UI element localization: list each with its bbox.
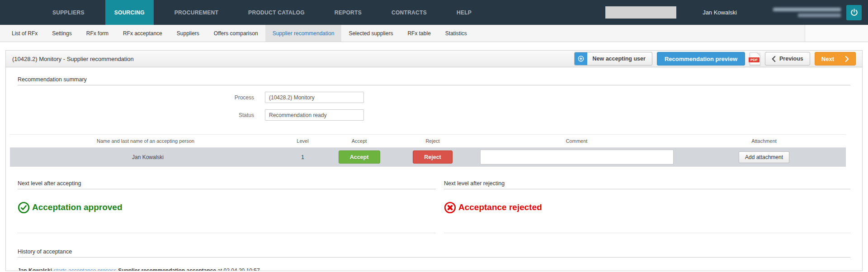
rejecting-status: Acceptance rejected [444, 189, 850, 233]
col-level: Level [281, 135, 324, 148]
col-accept: Accept [324, 135, 394, 148]
chevron-right-icon [845, 56, 849, 62]
col-comment: Comment [471, 135, 682, 148]
history-object: Supplier recommendation acceptance [118, 267, 216, 272]
nav-spacer [154, 0, 165, 25]
next-level-after-accepting-panel: Next level after accepting Acceptation a… [18, 180, 436, 233]
logout-button[interactable] [846, 5, 862, 20]
nav-item-help[interactable]: HELP [448, 0, 481, 25]
pdf-label: PDF [749, 57, 760, 62]
acceptation-approved-text: Acceptation approved [32, 202, 123, 212]
page-header: (10428.2) Monitory - Supplier recommenda… [6, 51, 862, 67]
acceptance-rejected-text: Acceptance rejected [458, 202, 542, 212]
next-button[interactable]: Next [815, 52, 856, 66]
nav-item-suppliers[interactable]: SUPPLIERS [43, 0, 94, 25]
process-field[interactable] [265, 92, 364, 103]
table-row: Jan Kowalski 1 Accept Reject Add attachm… [10, 148, 846, 167]
status-row: Status [18, 109, 850, 121]
tab-rfx-table[interactable]: RFx table [400, 25, 438, 42]
previous-button[interactable]: Previous [765, 52, 810, 66]
history-actor: Jan Kowalski [18, 267, 52, 272]
user-name: Jan Kowalski [703, 9, 737, 16]
accept-button[interactable]: Accept [339, 150, 380, 164]
history-action-link[interactable]: starts acceptance process [53, 267, 116, 272]
status-label: Status [18, 112, 265, 118]
recommendation-preview-button[interactable]: Recommendation preview [657, 52, 745, 66]
redacted-box [605, 6, 676, 19]
x-circle-icon [444, 202, 456, 214]
nav-item-sourcing[interactable]: SOURCING [105, 0, 154, 25]
tab-selected-suppliers[interactable]: Selected suppliers [341, 25, 400, 42]
circle-plus-icon [574, 52, 587, 66]
nav-item-procurement[interactable]: PROCUREMENT [165, 0, 227, 25]
previous-label: Previous [779, 56, 803, 62]
table-header-row: Name and last name of an accepting perso… [10, 135, 846, 148]
acceptance-table: Name and last name of an accepting perso… [10, 134, 846, 167]
accepting-person-name: Jan Kowalski [10, 148, 281, 167]
new-accepting-user-label: New accepting user [592, 56, 645, 62]
chevron-left-icon [772, 56, 776, 62]
redacted-user-info [764, 8, 841, 17]
add-attachment-button[interactable]: Add attachment [739, 151, 789, 163]
tab-supplier-recommendation[interactable]: Supplier recommendation [265, 25, 342, 42]
tab-suppliers[interactable]: Suppliers [170, 25, 207, 42]
nav-right-group: Jan Kowalski [605, 0, 862, 25]
tab-rfx-form[interactable]: RFx form [79, 25, 116, 42]
col-attachment: Attachment [682, 135, 846, 148]
nav-spacer [314, 0, 326, 25]
accepting-level: 1 [281, 148, 324, 167]
next-label: Next [821, 56, 834, 62]
nav-spacer [227, 0, 239, 25]
tab-statistics[interactable]: Statistics [438, 25, 474, 42]
page-title: (10428.2) Monitory - Supplier recommenda… [12, 56, 134, 62]
nav-spacer [94, 0, 105, 25]
tab-settings[interactable]: Settings [45, 25, 79, 42]
nav-item-product-catalog[interactable]: PRODUCT CATALOG [239, 0, 314, 25]
sub-navigation: List of RFx Settings RFx form RFx accept… [0, 25, 868, 42]
history-heading: History of acceptance [18, 249, 850, 258]
recommendation-summary-section: Recommendation summary Process Status [18, 76, 850, 121]
accepting-status: Acceptation approved [18, 189, 436, 233]
header-actions: New accepting user Recommendation previe… [574, 52, 856, 66]
tabbar-right-area [805, 25, 868, 42]
tab-list-of-rfx[interactable]: List of RFx [5, 25, 45, 42]
next-level-after-rejecting-panel: Next level after rejecting Acceptance re… [444, 180, 850, 233]
col-reject: Reject [394, 135, 471, 148]
tab-rfx-acceptance[interactable]: RFx acceptance [116, 25, 170, 42]
top-navigation: SUPPLIERS SOURCING PROCUREMENT PRODUCT C… [0, 0, 868, 25]
process-row: Process [18, 92, 850, 103]
nav-item-reports[interactable]: REPORTS [326, 0, 371, 25]
check-circle-icon [18, 202, 30, 214]
comment-input[interactable] [480, 150, 674, 164]
new-accepting-user-button[interactable]: New accepting user [574, 52, 652, 66]
power-icon [850, 8, 859, 17]
col-name: Name and last name of an accepting perso… [10, 135, 281, 148]
recommendation-summary-heading: Recommendation summary [18, 76, 850, 85]
nav-item-contracts[interactable]: CONTRACTS [382, 0, 436, 25]
history-of-acceptance-section: History of acceptance Jan Kowalski start… [18, 249, 850, 272]
main-panel: (10428.2) Monitory - Supplier recommenda… [5, 50, 863, 271]
next-level-panels: Next level after accepting Acceptation a… [18, 180, 850, 233]
process-label: Process [18, 94, 265, 101]
status-field[interactable] [265, 109, 364, 121]
history-entry: Jan Kowalski starts acceptance process S… [18, 267, 850, 272]
history-timestamp: at 02.04.20 10:57 [217, 267, 259, 272]
pdf-export-icon[interactable]: PDF [750, 52, 760, 65]
nav-spacer [436, 0, 448, 25]
reject-button[interactable]: Reject [413, 150, 453, 164]
next-level-rejecting-heading: Next level after rejecting [444, 180, 850, 189]
tab-offers-comparison[interactable]: Offers comparison [207, 25, 265, 42]
nav-spacer [371, 0, 382, 25]
next-level-accepting-heading: Next level after accepting [18, 180, 436, 189]
page-fold [757, 52, 760, 56]
